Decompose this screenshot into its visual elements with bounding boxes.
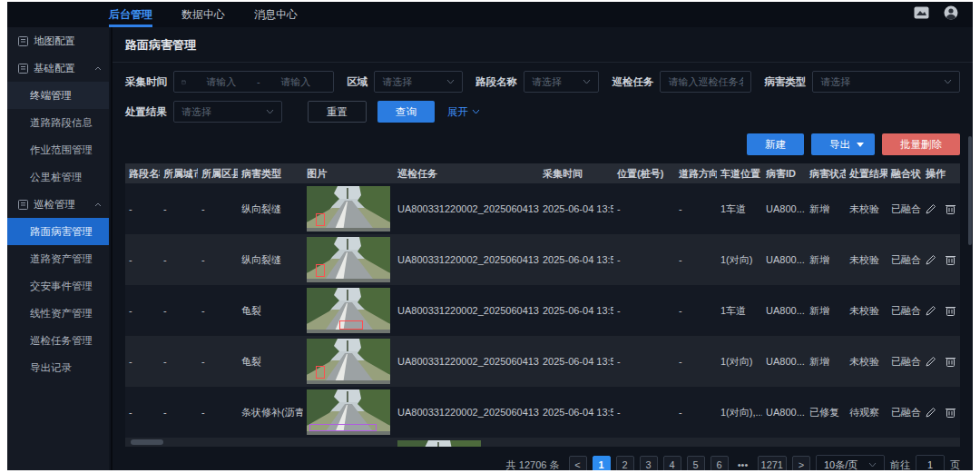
table-row: - - - 龟裂 UA800331220002_2025060413385205… [125, 336, 960, 387]
page-size-select[interactable]: 10条/页 [816, 455, 885, 470]
sidebar-group-inspection-management[interactable]: 巡检管理 [7, 191, 109, 218]
disposal-result-select[interactable]: 请选择 [173, 101, 282, 123]
cell-county: - [198, 203, 238, 214]
cell-segment: - [125, 254, 160, 265]
sidebar-group-label: 巡检管理 [34, 198, 89, 212]
col-disease-type: 病害类型 [238, 167, 303, 181]
edit-icon[interactable] [926, 305, 936, 316]
goto-page-field [916, 455, 945, 470]
page-button-4[interactable]: 4 [663, 456, 681, 470]
chevron-down-icon [266, 109, 274, 114]
sidebar-item-road-asset-management[interactable]: 道路资产管理 [7, 245, 109, 272]
collect-time-start-input[interactable] [191, 76, 251, 87]
user-avatar-icon[interactable] [944, 5, 958, 24]
sidebar-item-linear-asset-management[interactable]: 线性资产管理 [7, 300, 109, 327]
sidebar-item-road-disease-management[interactable]: 路面病害管理 [7, 218, 109, 245]
page-button-1[interactable]: 1 [593, 456, 611, 470]
cell-lane: 1车道 [717, 304, 762, 318]
cell-task: UA800331220002_20250604133852059 [394, 407, 539, 418]
caret-down-icon [857, 143, 864, 147]
road-photo-thumbnail[interactable] [307, 237, 390, 282]
col-fusion-status: 融合状 [887, 167, 922, 181]
page-button-3[interactable]: 3 [640, 456, 658, 470]
page-unit-label: 页 [950, 458, 960, 471]
region-select-value: 请选择 [382, 75, 412, 89]
document-icon [18, 64, 28, 74]
cell-position: - [613, 254, 675, 265]
annotation-box [309, 424, 377, 431]
page-button-2[interactable]: 2 [616, 456, 634, 470]
disease-type-select[interactable]: 请选择 [812, 71, 960, 93]
cell-collect-time: 2025-06-04 13:50 [539, 305, 613, 316]
delete-icon[interactable] [946, 407, 956, 418]
cell-disease-id: UA800... [762, 356, 806, 367]
chevron-down-icon [868, 462, 877, 468]
page-button-5[interactable]: 5 [687, 456, 705, 470]
cell-segment: - [125, 305, 160, 316]
cell-disposal-result: 未校验 [846, 304, 887, 318]
cell-city: - [160, 305, 198, 316]
horizontal-scrollbar[interactable] [131, 439, 163, 445]
tab-backend-management[interactable]: 后台管理 [109, 2, 152, 27]
sidebar-item-map-config[interactable]: 地图配置 [7, 27, 109, 54]
sidebar-item-kilometer-post[interactable]: 公里桩管理 [7, 163, 109, 191]
segment-name-select[interactable]: 请选择 [524, 71, 599, 93]
search-button[interactable]: 查询 [377, 101, 435, 123]
reset-button[interactable]: 重置 [308, 101, 367, 123]
road-photo-thumbnail[interactable] [307, 389, 390, 435]
delete-icon[interactable] [946, 254, 956, 265]
delete-icon[interactable] [946, 356, 956, 367]
sidebar-item-inspection-task-management[interactable]: 巡检任务管理 [7, 327, 109, 354]
cell-lane: 1(对向),... [717, 406, 762, 419]
cell-disease-status: 新增 [806, 202, 846, 216]
cell-position: - [613, 305, 675, 316]
goto-label: 前往 [890, 458, 910, 471]
collect-time-end-input[interactable] [266, 76, 326, 87]
cell-fusion-status: 已融合 [887, 253, 922, 267]
delete-icon[interactable] [946, 203, 956, 214]
cell-disease-status: 新增 [806, 355, 846, 369]
edit-icon[interactable] [926, 356, 936, 367]
cell-disease-type: 条状修补(沥青) [238, 406, 303, 419]
more-pages-button[interactable]: ••• [734, 456, 752, 470]
cell-fusion-status: 已融合 [887, 355, 922, 369]
cell-fusion-status: 已融合 [887, 202, 922, 216]
col-task: 巡检任务 [394, 167, 539, 181]
vertical-scrollbar[interactable] [968, 136, 972, 245]
inspection-task-input[interactable] [668, 76, 743, 87]
next-page-button[interactable]: > [792, 456, 810, 470]
sidebar-group-label: 基础配置 [34, 62, 89, 75]
sidebar-item-road-segment-info[interactable]: 道路路段信息 [7, 109, 109, 136]
cell-direction: - [675, 356, 717, 367]
tab-message-center[interactable]: 消息中心 [254, 2, 298, 27]
create-button[interactable]: 新建 [747, 133, 804, 155]
page-size-value: 10条/页 [824, 458, 858, 471]
sidebar-group-base-config[interactable]: 基础配置 [7, 54, 109, 82]
delete-icon[interactable] [946, 305, 956, 316]
sidebar-item-export-records[interactable]: 导出记录 [7, 354, 109, 381]
sidebar-item-work-scope[interactable]: 作业范围管理 [7, 136, 109, 163]
batch-delete-button[interactable]: 批量删除 [882, 133, 960, 155]
page-button-6[interactable]: 6 [710, 456, 729, 470]
expand-link[interactable]: 展开 [447, 105, 480, 119]
edit-icon[interactable] [926, 203, 936, 214]
cell-county: - [198, 305, 238, 316]
prev-page-button[interactable]: < [569, 456, 587, 470]
road-photo-thumbnail[interactable] [307, 186, 390, 232]
sidebar-item-traffic-safety-events[interactable]: 交安事件管理 [7, 272, 109, 300]
road-photo-thumbnail[interactable] [307, 288, 390, 333]
road-photo-thumbnail[interactable] [307, 339, 390, 384]
tab-data-center[interactable]: 数据中心 [181, 2, 225, 27]
table-row-partial [125, 438, 960, 447]
goto-page-input[interactable] [924, 459, 936, 470]
region-select[interactable]: 请选择 [374, 71, 462, 93]
pagination-bar: 共 12706 条 < 1 2 3 4 5 6 ••• 1271 > 10条/页… [113, 447, 973, 470]
cell-county: - [198, 407, 238, 418]
page-button-1271[interactable]: 1271 [758, 456, 787, 470]
expand-link-label: 展开 [447, 105, 468, 119]
edit-icon[interactable] [926, 254, 936, 265]
edit-icon[interactable] [926, 407, 936, 418]
sidebar-item-terminal-management[interactable]: 终端管理 [7, 82, 109, 109]
screen-monitor-icon[interactable] [914, 6, 929, 23]
export-button[interactable]: 导出 [811, 133, 875, 155]
